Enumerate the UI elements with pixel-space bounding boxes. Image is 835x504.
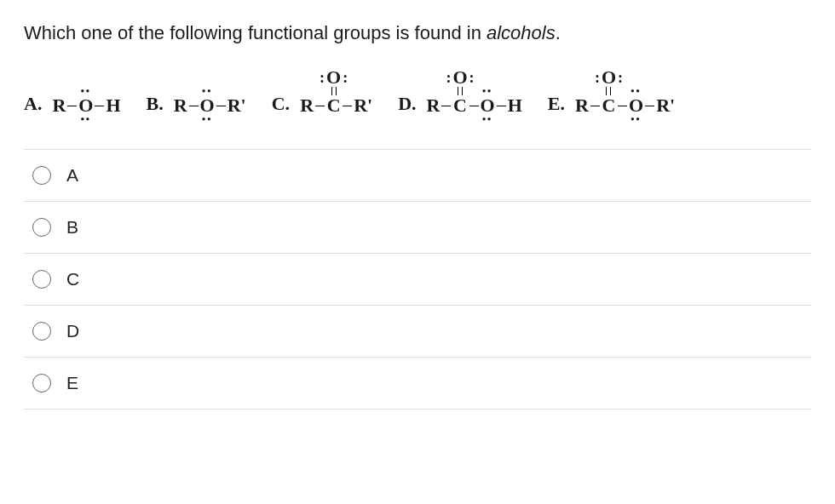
carbonyl-group: O C <box>326 69 341 115</box>
atom-H: H <box>106 96 120 115</box>
question-text-post: . <box>556 22 561 43</box>
bond-icon <box>645 96 654 115</box>
atom-O-top: O <box>326 69 341 86</box>
bond-icon <box>216 96 226 115</box>
atom-Rprime: R' <box>227 96 246 115</box>
bond-icon <box>315 96 325 115</box>
bond-icon <box>590 96 600 115</box>
structure-A: R O H <box>52 71 120 115</box>
answer-options: A B C D E <box>24 149 811 410</box>
structure-C: R O C R' <box>300 71 372 115</box>
bond-icon <box>95 96 104 115</box>
bond-icon <box>497 96 506 115</box>
atom-O: O <box>481 96 495 115</box>
structure-B: R O R' <box>174 71 246 115</box>
formula-D: D. R O C O H <box>398 71 522 115</box>
atom-O: O <box>78 96 93 115</box>
question-text-pre: Which one of the following functional gr… <box>24 22 487 43</box>
option-label-D: D <box>66 321 79 341</box>
option-label-E: E <box>66 373 78 393</box>
atom-R: R <box>575 96 589 115</box>
radio-icon[interactable] <box>32 322 51 341</box>
option-label-B: B <box>66 217 78 238</box>
radio-icon[interactable] <box>32 166 51 185</box>
atom-R: R <box>300 96 314 115</box>
formula-letter-E: E. <box>548 93 565 115</box>
bond-icon <box>469 96 479 115</box>
carbonyl-group: O C <box>602 69 616 115</box>
formula-E: E. R O C O R' <box>548 71 675 115</box>
formula-letter-A: A. <box>24 93 42 115</box>
formula-letter-C: C. <box>272 93 290 115</box>
bond-icon <box>441 96 451 115</box>
formula-B: B. R O R' <box>147 71 246 115</box>
formula-C: C. R O C R' <box>272 71 372 115</box>
atom-O-top: O <box>452 69 467 86</box>
option-row-E[interactable]: E <box>24 358 811 410</box>
carbonyl-group: O C <box>452 69 467 115</box>
atom-O-top: O <box>602 69 616 86</box>
formula-row: A. R O H B. R O R' C. R O C <box>24 71 811 115</box>
atom-Rprime: R' <box>656 96 675 115</box>
formula-A: A. R O H <box>24 71 121 115</box>
radio-icon[interactable] <box>32 270 51 289</box>
atom-O: O <box>200 96 215 115</box>
atom-O: O <box>629 96 643 115</box>
formula-letter-B: B. <box>147 93 164 115</box>
radio-icon[interactable] <box>32 374 51 392</box>
bond-icon <box>189 96 199 115</box>
bond-icon <box>618 96 627 115</box>
atom-C: C <box>327 96 341 115</box>
option-row-B[interactable]: B <box>24 202 811 254</box>
atom-R: R <box>174 96 187 115</box>
atom-Rprime: R' <box>354 96 372 115</box>
bond-icon <box>67 96 77 115</box>
structure-D: R O C O H <box>427 71 522 115</box>
formula-letter-D: D. <box>398 93 416 115</box>
radio-icon[interactable] <box>32 218 51 237</box>
atom-R: R <box>427 96 441 115</box>
atom-H: H <box>508 96 522 115</box>
option-label-C: C <box>66 269 79 289</box>
question-text-italic: alcohols <box>487 22 556 43</box>
option-row-C[interactable]: C <box>24 254 811 306</box>
bond-icon <box>343 96 352 115</box>
atom-C: C <box>453 96 467 115</box>
option-row-D[interactable]: D <box>24 306 811 358</box>
question-stem: Which one of the following functional gr… <box>24 20 811 47</box>
option-label-A: A <box>66 165 78 186</box>
structure-E: R O C O R' <box>575 71 675 115</box>
atom-R: R <box>52 96 66 115</box>
atom-C: C <box>602 96 615 115</box>
option-row-A[interactable]: A <box>24 150 811 202</box>
